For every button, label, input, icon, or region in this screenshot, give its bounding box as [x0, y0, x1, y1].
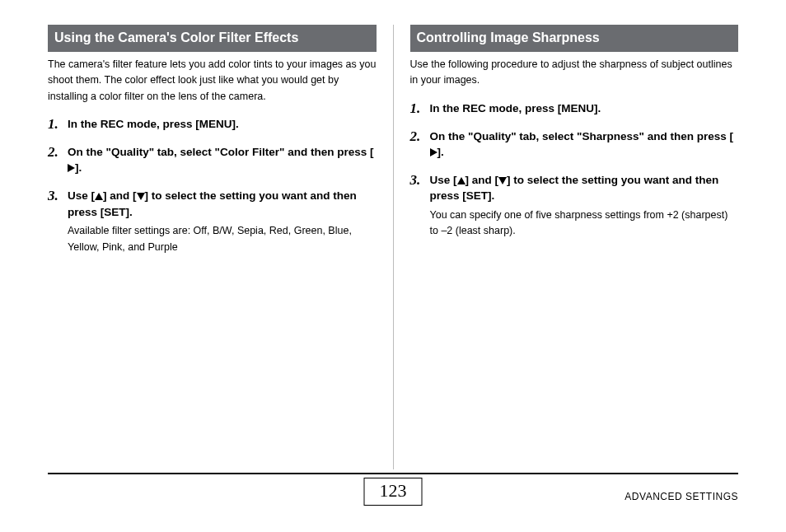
step-text: In the REC mode, press [MENU].: [68, 116, 377, 133]
step-number: 1.: [410, 100, 430, 117]
step-item: 3. Use [] and [] to select the setting y…: [48, 188, 377, 255]
down-arrow-icon: [137, 193, 145, 200]
step-item: 3. Use [] and [] to select the setting y…: [410, 172, 739, 240]
left-column: Using the Camera's Color Filter Effects …: [48, 25, 393, 450]
step-note: You can specify one of five sharpness se…: [430, 208, 739, 240]
step-number: 3.: [48, 188, 68, 255]
step-item: 2. On the "Quality" tab, select "Sharpne…: [410, 128, 739, 161]
step-number: 3.: [410, 172, 430, 240]
up-arrow-icon: [457, 177, 466, 184]
step-text: On the "Quality" tab, select "Color Filt…: [68, 144, 377, 176]
steps-left: 1. In the REC mode, press [MENU]. 2. On …: [48, 116, 377, 255]
step-number: 2.: [48, 144, 68, 176]
intro-left: The camera's filter feature lets you add…: [48, 57, 377, 105]
page-body: Using the Camera's Color Filter Effects …: [0, 0, 786, 450]
up-arrow-icon: [95, 193, 103, 200]
step-text: On the "Quality" tab, select "Sharpness"…: [430, 128, 739, 161]
page-footer: 123 ADVANCED SETTINGS: [48, 473, 738, 511]
step-note: Available filter settings are: Off, B/W,…: [68, 223, 377, 255]
steps-right: 1. In the REC mode, press [MENU]. 2. On …: [410, 100, 739, 240]
step-item: 2. On the "Quality" tab, select "Color F…: [48, 144, 377, 176]
step-item: 1. In the REC mode, press [MENU].: [48, 116, 377, 133]
step-item: 1. In the REC mode, press [MENU].: [410, 100, 739, 117]
step-number: 1.: [48, 116, 68, 133]
page-number: 123: [364, 478, 423, 506]
step-text: In the REC mode, press [MENU].: [430, 100, 739, 117]
step-text: Use [] and [] to select the setting you …: [430, 172, 739, 204]
step-text: Use [] and [] to select the setting you …: [68, 188, 377, 220]
footer-rule: [48, 473, 738, 474]
footer-label: ADVANCED SETTINGS: [625, 491, 738, 502]
section-heading-right: Controlling Image Sharpness: [410, 25, 739, 52]
step-number: 2.: [410, 128, 430, 161]
right-column: Controlling Image Sharpness Use the foll…: [394, 25, 739, 450]
down-arrow-icon: [498, 177, 507, 184]
right-arrow-icon: [430, 148, 437, 156]
right-arrow-icon: [68, 164, 75, 172]
section-heading-left: Using the Camera's Color Filter Effects: [48, 25, 377, 52]
intro-right: Use the following procedure to adjust th…: [410, 57, 739, 89]
